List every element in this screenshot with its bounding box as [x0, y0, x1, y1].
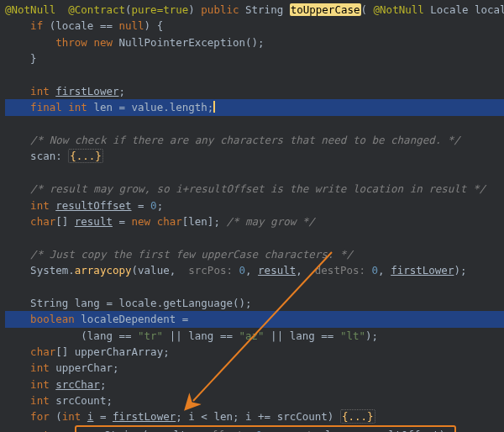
annotation-contract: @Contract: [68, 3, 125, 16]
code-fold[interactable]: {...}: [68, 149, 103, 163]
var-result: result: [75, 215, 113, 228]
current-line: final int len = value.length;: [5, 99, 504, 115]
caret-icon: [213, 101, 215, 113]
code-fold[interactable]: {...}: [340, 409, 375, 424]
var-firstLower: firstLower: [55, 85, 118, 97]
annotation-notnull: @NotNull: [5, 3, 55, 16]
code-editor[interactable]: @NotNull @Contract(pure=true) public Str…: [0, 0, 504, 432]
method-name-highlight: toUpperCase: [290, 3, 361, 16]
highlighted-return: new String(result, offset: 0, count: len…: [75, 425, 456, 432]
var-srcChar: srcChar: [55, 378, 100, 391]
var-resultOffset: resultOffset: [55, 199, 131, 212]
